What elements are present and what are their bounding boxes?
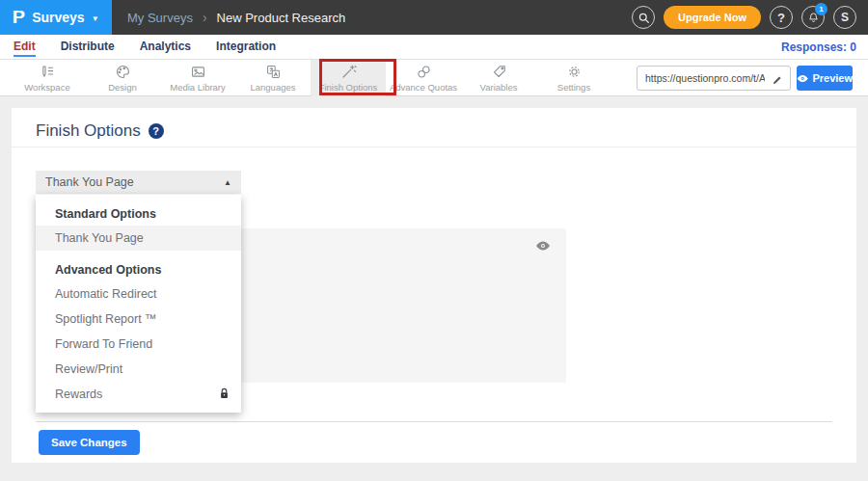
responses-count: Responses: 0: [781, 40, 868, 54]
bottom-divider: [36, 421, 832, 422]
survey-url-box: [637, 66, 791, 91]
toolbar-label: Workspace: [24, 82, 69, 93]
page-title: Finish Options: [36, 121, 141, 141]
finish-option-menu: Standard Options Thank You Page Advanced…: [36, 195, 241, 413]
menu-item-label: Spotlight Report ™: [55, 312, 157, 326]
toolbar-label: Settings: [557, 82, 590, 93]
menu-item-label: Rewards: [55, 387, 102, 401]
eye-icon: [797, 72, 808, 85]
palette-icon: [115, 64, 131, 80]
toolbar-item-workspace[interactable]: Workspace: [10, 60, 85, 96]
workspace-icon: [40, 64, 56, 80]
menu-item-label: Review/Print: [55, 362, 122, 376]
breadcrumb-parent[interactable]: My Surveys: [127, 11, 193, 25]
search-button[interactable]: [632, 6, 655, 29]
survey-url-input[interactable]: [637, 72, 765, 84]
chevron-down-icon: ▼: [92, 14, 99, 23]
edit-url-pencil-icon[interactable]: [772, 72, 783, 90]
menu-item-label: Thank You Page: [55, 231, 144, 245]
page-title-row: Finish Options ?: [36, 121, 164, 141]
upgrade-now-button[interactable]: Upgrade Now: [664, 6, 761, 29]
subnav-tabs: Edit Distribute Analytics Integration: [0, 37, 276, 57]
finish-options-panel: Finish Options ? Save Changes Thank You …: [12, 108, 856, 463]
breadcrumb-current: New Product Research: [217, 11, 346, 25]
gear-icon: [566, 64, 583, 80]
question-mark-icon: ?: [777, 11, 785, 25]
image-icon: [190, 64, 206, 80]
menu-gap: [36, 251, 241, 258]
avatar-initial: S: [841, 11, 849, 24]
preview-label: Preview: [812, 72, 853, 84]
tab-analytics[interactable]: Analytics: [140, 37, 191, 57]
breadcrumb: My Surveys › New Product Research: [127, 10, 345, 25]
menu-item-forward-to-friend[interactable]: Forward To Friend: [36, 332, 241, 357]
finish-option-dropdown[interactable]: Thank You Page ▲: [36, 171, 241, 194]
menu-item-spotlight-report[interactable]: Spotlight Report ™: [36, 307, 241, 332]
topbar-actions: Upgrade Now ? 1 S: [632, 6, 868, 29]
preview-button[interactable]: Preview: [797, 66, 853, 91]
translate-icon: [265, 64, 282, 80]
tab-distribute[interactable]: Distribute: [61, 37, 115, 57]
toolbar-label: Advance Quotas: [390, 82, 457, 93]
toolbar-label: Finish Options: [319, 82, 378, 93]
chevron-up-icon: ▲: [224, 178, 231, 187]
save-changes-label: Save Changes: [51, 437, 127, 448]
menu-item-automatic-redirect[interactable]: Automatic Redirect: [36, 281, 241, 307]
search-icon: [637, 12, 650, 24]
app-root: P Surveys ▼ My Surveys › New Product Res…: [0, 0, 868, 481]
preview-eye-icon[interactable]: [535, 238, 551, 255]
toolbar-item-settings[interactable]: Settings: [536, 60, 611, 96]
title-divider: [12, 147, 856, 147]
questionpro-logo-icon: P: [13, 7, 25, 28]
toolbar-label: Design: [108, 82, 137, 93]
save-changes-button[interactable]: Save Changes: [39, 430, 140, 455]
toolbar-label: Languages: [250, 82, 295, 93]
tab-edit[interactable]: Edit: [14, 37, 36, 57]
sub-navigation: Edit Distribute Analytics Integration Re…: [0, 35, 868, 60]
top-navigation-bar: P Surveys ▼ My Surveys › New Product Res…: [0, 0, 868, 35]
toolbar-item-variables[interactable]: Variables: [461, 60, 536, 96]
menu-item-rewards[interactable]: Rewards: [36, 382, 241, 407]
menu-item-label: Automatic Redirect: [55, 287, 157, 301]
toolbar-label: Media Library: [170, 82, 226, 93]
product-switcher[interactable]: P Surveys ▼: [0, 0, 112, 35]
toolbar-item-finish-options[interactable]: Finish Options: [311, 60, 386, 96]
lock-icon: [219, 387, 230, 402]
toolbar-item-design[interactable]: Design: [85, 60, 160, 96]
menu-item-thank-you-page[interactable]: Thank You Page: [36, 226, 241, 251]
toolbar-item-media-library[interactable]: Media Library: [160, 60, 235, 96]
editor-toolbar: Workspace Design Media Library Languages…: [0, 60, 868, 96]
tab-integration[interactable]: Integration: [216, 37, 276, 57]
breadcrumb-separator-icon: ›: [203, 10, 207, 25]
upgrade-now-label: Upgrade Now: [678, 12, 746, 23]
toolbar-item-advance-quotas[interactable]: Advance Quotas: [386, 60, 461, 96]
chain-links-icon: [416, 64, 432, 80]
help-tooltip-icon[interactable]: ?: [149, 123, 164, 139]
menu-item-review-print[interactable]: Review/Print: [36, 357, 241, 382]
toolbar-item-languages[interactable]: Languages: [235, 60, 311, 96]
notification-badge: 1: [815, 3, 827, 15]
menu-group-header: Standard Options: [36, 202, 241, 226]
toolbar-label: Variables: [480, 82, 518, 93]
menu-group-header: Advanced Options: [36, 258, 241, 281]
menu-item-label: Forward To Friend: [55, 337, 152, 351]
magic-wand-icon: [340, 64, 357, 80]
product-name: Surveys: [32, 10, 84, 25]
tag-icon: [491, 64, 507, 80]
help-button[interactable]: ?: [770, 6, 793, 29]
dropdown-selected-value: Thank You Page: [45, 175, 134, 189]
avatar[interactable]: S: [833, 6, 856, 29]
notifications-button[interactable]: 1: [801, 6, 825, 29]
toolbar-items: Workspace Design Media Library Languages…: [10, 60, 611, 96]
